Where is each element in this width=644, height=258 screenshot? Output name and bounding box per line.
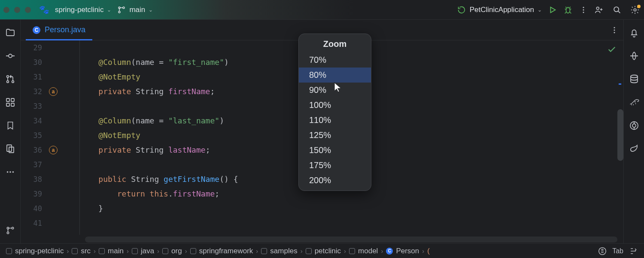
breadcrumb-segment[interactable]: java: [132, 247, 154, 255]
window-minimize[interactable]: [14, 7, 20, 13]
folder-icon: [99, 248, 105, 254]
svg-point-20: [6, 171, 8, 173]
chevron-right-icon: ›: [381, 247, 383, 255]
zoom-option[interactable]: 200%: [299, 173, 371, 188]
more-tools-icon[interactable]: [5, 167, 15, 177]
zoom-popup: Zoom 70%80%90%100%110%125%150%175%200%: [298, 34, 371, 191]
error-stripe-marker[interactable]: [619, 83, 621, 85]
project-tool-icon[interactable]: [5, 28, 15, 38]
svg-point-13: [12, 81, 14, 83]
breadcrumb-segment[interactable]: samples: [261, 247, 297, 255]
line-number: 31: [21, 73, 46, 81]
branch-icon: [117, 6, 126, 14]
bookmarks-tool-icon[interactable]: [5, 120, 15, 131]
breadcrumb-segment-label: src: [81, 247, 91, 255]
svg-point-12: [6, 81, 9, 83]
gutter-marker-slot: a: [46, 87, 76, 96]
override-marker-icon[interactable]: a: [49, 87, 58, 96]
folder-icon: [349, 248, 355, 254]
breadcrumb-segment[interactable]: main: [99, 247, 124, 255]
svg-point-10: [9, 54, 12, 58]
breadcrumb-class-name: Person: [396, 247, 419, 255]
settings-icon[interactable]: [630, 5, 640, 15]
gradle-tool-icon[interactable]: [629, 97, 639, 108]
svg-point-9: [634, 9, 636, 11]
breadcrumb-segment-label: java: [141, 247, 154, 255]
breadcrumb-segment[interactable]: petclinic: [306, 247, 341, 255]
titlebar: 🐾 spring-petclinic ⌄ main ⌄ PetClinicApp…: [0, 0, 644, 20]
folder-icon: [162, 248, 168, 254]
reader-mode-icon[interactable]: [598, 246, 607, 256]
debug-button[interactable]: [563, 5, 573, 15]
branch-selector[interactable]: main ⌄: [117, 6, 153, 14]
breadcrumb-segment[interactable]: org: [162, 247, 182, 255]
zoom-popup-title: Zoom: [299, 34, 371, 52]
zoom-option[interactable]: 70%: [299, 52, 371, 68]
spring-tool-icon[interactable]: [629, 144, 639, 154]
zoom-option[interactable]: 80%: [299, 68, 371, 83]
line-number: 40: [21, 204, 46, 213]
folder-icon: [6, 248, 12, 254]
horizontal-scrollbar[interactable]: [85, 236, 617, 243]
override-marker-icon[interactable]: a: [49, 146, 58, 154]
chevron-right-icon: ›: [157, 247, 159, 255]
breadcrumb-bar: spring-petclinic›src›main›java›org›sprin…: [0, 243, 644, 258]
chevron-right-icon: ›: [422, 247, 424, 255]
zoom-option[interactable]: 150%: [299, 143, 371, 158]
editor-tab-options-icon[interactable]: [610, 25, 619, 35]
ai-assistant-icon[interactable]: [629, 51, 639, 61]
breadcrumb-segment-label: samples: [270, 247, 297, 255]
svg-point-29: [632, 124, 636, 127]
more-actions-button[interactable]: [579, 5, 588, 15]
vcs-tool-icon[interactable]: [5, 225, 15, 236]
right-tool-strip: [623, 20, 644, 243]
tab-person-java[interactable]: C Person.java: [26, 20, 92, 40]
search-everywhere-icon[interactable]: [612, 5, 622, 15]
code-line[interactable]: [80, 216, 617, 230]
maven-tool-icon[interactable]: [629, 120, 639, 131]
structure-tool-icon[interactable]: [5, 97, 15, 108]
chevron-right-icon: ›: [127, 247, 129, 255]
chevron-right-icon: ›: [94, 247, 96, 255]
indent-settings-icon[interactable]: [629, 246, 638, 256]
chevron-down-icon: ⌄: [538, 7, 542, 13]
zoom-option[interactable]: 175%: [299, 158, 371, 173]
breadcrumb-class[interactable]: C Person: [386, 247, 419, 255]
code-line[interactable]: }: [80, 201, 617, 216]
commit-tool-icon[interactable]: [5, 51, 15, 61]
gutter-marker-slot: a: [46, 146, 76, 154]
run-config-selector[interactable]: PetClinicApplication ⌄: [457, 5, 542, 15]
breadcrumb-segment[interactable]: model: [349, 247, 378, 255]
project-icon: 🐾: [39, 5, 49, 15]
project-selector[interactable]: spring-petclinic ⌄: [55, 6, 111, 14]
branch-name: main: [129, 6, 145, 14]
zoom-option[interactable]: 125%: [299, 128, 371, 143]
chevron-right-icon: ›: [185, 247, 187, 255]
zoom-option[interactable]: 110%: [299, 113, 371, 128]
run-button[interactable]: [548, 5, 557, 15]
breadcrumb-segment[interactable]: springframework: [190, 247, 253, 255]
code-with-me-icon[interactable]: [594, 5, 604, 15]
chevron-right-icon: ›: [301, 247, 303, 255]
database-sidebar-icon[interactable]: [5, 144, 15, 154]
vertical-scrollbar[interactable]: [617, 109, 623, 161]
database-tool-icon[interactable]: [629, 74, 639, 84]
breadcrumb-segment[interactable]: spring-petclinic: [6, 247, 64, 255]
breadcrumb-segment-label: model: [358, 247, 378, 255]
window-maximize[interactable]: [25, 7, 31, 13]
pull-requests-icon[interactable]: [5, 74, 15, 84]
breadcrumb-segment[interactable]: src: [72, 247, 91, 255]
line-number: 30: [21, 58, 46, 67]
breadcrumb-segment-label: main: [108, 247, 124, 255]
class-file-icon: C: [33, 26, 40, 34]
notifications-icon[interactable]: [629, 28, 639, 38]
window-close[interactable]: [3, 7, 9, 13]
svg-point-24: [7, 232, 9, 233]
breadcrumb-segment-label: org: [171, 247, 182, 255]
zoom-option[interactable]: 100%: [299, 98, 371, 113]
svg-rect-17: [11, 103, 14, 106]
svg-point-1: [118, 11, 120, 13]
svg-rect-16: [6, 103, 9, 106]
svg-point-32: [614, 32, 615, 33]
indent-label[interactable]: Tab: [612, 247, 623, 255]
